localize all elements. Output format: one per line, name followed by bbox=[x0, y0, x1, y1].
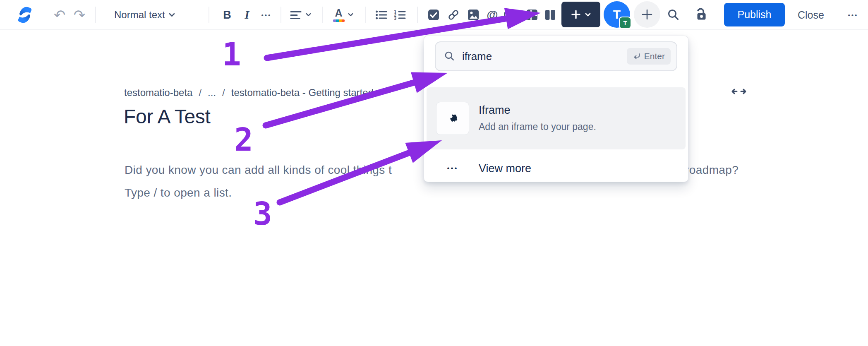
toolbar-divider bbox=[209, 7, 209, 23]
bold-label: B bbox=[223, 8, 231, 21]
breadcrumb: testomatio-beta / ... / testomatio-beta … bbox=[124, 87, 374, 99]
action-item-button[interactable] bbox=[425, 8, 442, 22]
emoji-icon bbox=[503, 8, 516, 22]
layouts-button[interactable] bbox=[542, 8, 559, 22]
view-more-icon: ••• bbox=[436, 164, 469, 173]
table-icon bbox=[525, 8, 539, 22]
annotation-number-3: 3 bbox=[253, 198, 272, 230]
insert-image-button[interactable] bbox=[465, 8, 482, 22]
avatar-badge-initial: T bbox=[623, 19, 627, 26]
bold-button[interactable]: B bbox=[220, 8, 235, 21]
text-style-dropdown[interactable]: Normal text bbox=[110, 5, 179, 24]
more-formatting-button[interactable]: ••• bbox=[258, 11, 275, 18]
confluence-logo[interactable] bbox=[16, 3, 34, 26]
more-formatting-icon: ••• bbox=[261, 11, 272, 18]
breadcrumb-item-ellipsis[interactable]: ... bbox=[208, 87, 216, 99]
toolbar-divider bbox=[365, 7, 366, 23]
invite-add-button[interactable] bbox=[634, 1, 660, 28]
close-button[interactable]: Close bbox=[795, 0, 827, 30]
text-style-label: Normal text bbox=[114, 9, 165, 21]
result-description: Add an iframe to your page. bbox=[479, 121, 596, 132]
italic-button[interactable]: I bbox=[240, 8, 254, 22]
expand-page-width-button[interactable] bbox=[730, 85, 748, 98]
bullet-list-icon bbox=[374, 8, 388, 22]
search-button[interactable] bbox=[665, 8, 682, 22]
editor-body-line1[interactable]: Did you know you can add all kinds of co… bbox=[125, 163, 392, 177]
confluence-logo-icon bbox=[16, 3, 34, 26]
return-arrow-icon bbox=[633, 53, 641, 60]
layouts-icon bbox=[544, 8, 557, 22]
italic-label: I bbox=[245, 8, 249, 22]
link-button[interactable] bbox=[445, 8, 462, 22]
unlock-icon bbox=[693, 7, 709, 23]
enter-hint-badge: Enter bbox=[627, 48, 671, 65]
text-color-icon: A bbox=[333, 8, 345, 22]
chevron-down-icon bbox=[585, 13, 591, 17]
breadcrumb-item-space[interactable]: testomatio-beta bbox=[124, 87, 192, 99]
breadcrumb-item-parent-page[interactable]: testomatio-beta - Getting started bbox=[231, 87, 374, 99]
popup-search-input[interactable] bbox=[462, 50, 627, 63]
image-icon bbox=[467, 8, 480, 22]
svg-text:3: 3 bbox=[394, 16, 397, 20]
bullet-list-button[interactable] bbox=[374, 8, 388, 22]
undo-icon: ↶ bbox=[54, 7, 66, 23]
result-title: Iframe bbox=[479, 104, 511, 117]
view-more-button[interactable]: ••• View more bbox=[427, 157, 686, 180]
enter-hint-label: Enter bbox=[644, 51, 665, 61]
result-item-iframe[interactable]: Iframe Add an iframe to your page. bbox=[427, 87, 686, 149]
text-color-dropdown[interactable]: A bbox=[329, 8, 357, 22]
alignment-dropdown[interactable] bbox=[287, 8, 313, 22]
chevron-down-icon bbox=[306, 13, 311, 17]
iframe-result-icon-box bbox=[436, 102, 469, 135]
toolbar-divider bbox=[417, 7, 418, 23]
insert-element-dropdown-button[interactable] bbox=[561, 2, 600, 27]
editor-body-line1-tail[interactable]: roadmap? bbox=[685, 163, 739, 177]
view-more-label: View more bbox=[479, 162, 531, 175]
confluence-editor-screen: ↶ ↷ Normal text B I ••• bbox=[0, 0, 868, 346]
plus-icon bbox=[571, 10, 581, 19]
mention-icon: @ bbox=[487, 8, 498, 22]
redo-icon: ↷ bbox=[74, 7, 86, 23]
insert-element-popup: Enter Iframe Add an iframe to your page.… bbox=[424, 36, 688, 182]
annotation-number-2: 2 bbox=[234, 124, 253, 156]
unlock-restrictions-button[interactable] bbox=[693, 7, 710, 23]
left-right-arrows-icon bbox=[730, 86, 748, 96]
annotation-arrow-line bbox=[280, 151, 414, 202]
breadcrumb-separator: / bbox=[199, 87, 201, 99]
mention-button[interactable]: @ bbox=[484, 8, 501, 22]
link-icon bbox=[446, 8, 460, 22]
chevron-down-icon bbox=[169, 13, 175, 17]
page-title-input[interactable]: For A Test bbox=[124, 105, 211, 128]
toolbar-divider bbox=[322, 7, 323, 23]
editor-toolbar: ↶ ↷ Normal text B I ••• bbox=[0, 0, 868, 30]
toolbar-divider bbox=[95, 7, 96, 23]
align-left-icon bbox=[289, 8, 302, 22]
undo-button[interactable]: ↶ bbox=[51, 7, 68, 23]
search-icon bbox=[667, 8, 680, 22]
checkbox-icon bbox=[427, 8, 440, 22]
popup-search-box: Enter bbox=[435, 41, 677, 71]
redo-button[interactable]: ↷ bbox=[71, 7, 88, 23]
editor-body-line2[interactable]: Type / to open a list. bbox=[125, 186, 232, 199]
numbered-list-button[interactable]: 123 bbox=[392, 8, 407, 22]
insert-table-button[interactable] bbox=[524, 8, 540, 22]
more-actions-icon: ••• bbox=[848, 11, 858, 18]
toolbar-divider bbox=[281, 7, 281, 23]
numbered-list-icon: 123 bbox=[393, 8, 407, 22]
puzzle-piece-icon bbox=[446, 112, 459, 125]
emoji-button[interactable] bbox=[501, 8, 518, 22]
avatar-app-badge: T bbox=[619, 17, 631, 29]
search-icon bbox=[444, 50, 456, 62]
more-actions-button[interactable]: ••• bbox=[843, 11, 863, 18]
breadcrumb-separator: / bbox=[222, 87, 225, 99]
close-label: Close bbox=[798, 9, 824, 21]
annotation-number-1: 1 bbox=[222, 39, 241, 70]
chevron-down-icon bbox=[348, 13, 353, 17]
publish-button[interactable]: Publish bbox=[724, 3, 785, 26]
plus-icon bbox=[641, 8, 653, 21]
user-avatar[interactable]: T T bbox=[604, 1, 630, 28]
